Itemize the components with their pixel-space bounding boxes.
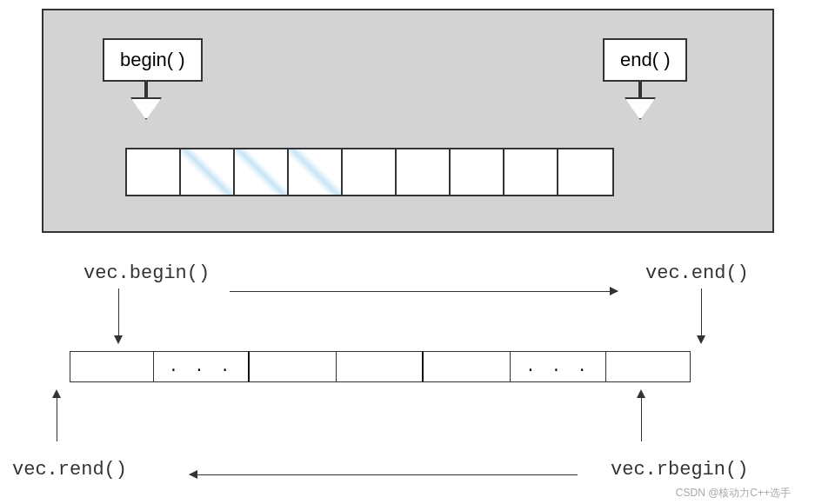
forward-arrow [230, 291, 618, 292]
begin-label-box: begin( ) [103, 38, 203, 82]
array-cell [558, 149, 612, 195]
array-cell [337, 352, 424, 381]
array-cell [424, 352, 511, 381]
array-cell-ellipsis: . . . [154, 352, 250, 381]
array-cell [127, 149, 181, 195]
bottom-array-row: . . . . . . [70, 351, 691, 382]
vec-begin-label: vec.begin() [84, 262, 210, 284]
reverse-arrow [190, 474, 578, 475]
array-cell [343, 149, 397, 195]
array-cell [397, 149, 451, 195]
array-cell-ellipsis: . . . [511, 352, 606, 381]
array-cell [606, 352, 690, 381]
top-diagram-panel: begin( ) end( ) [42, 9, 774, 233]
array-cell [250, 352, 337, 381]
watermark-text: CSDN @核动力C++选手 [676, 486, 791, 501]
end-label-box: end( ) [603, 38, 687, 82]
top-array-row [125, 148, 614, 196]
array-cell [181, 149, 235, 195]
vec-rend-label: vec.rend() [12, 459, 127, 481]
array-cell [451, 149, 504, 195]
array-cell [289, 149, 343, 195]
vec-end-label: vec.end() [645, 262, 749, 284]
array-cell [70, 352, 154, 381]
begin-label: begin( ) [120, 49, 185, 70]
array-cell [235, 149, 289, 195]
end-label: end( ) [620, 49, 670, 70]
array-cell [504, 149, 558, 195]
vec-rbegin-label: vec.rbegin() [611, 459, 748, 481]
